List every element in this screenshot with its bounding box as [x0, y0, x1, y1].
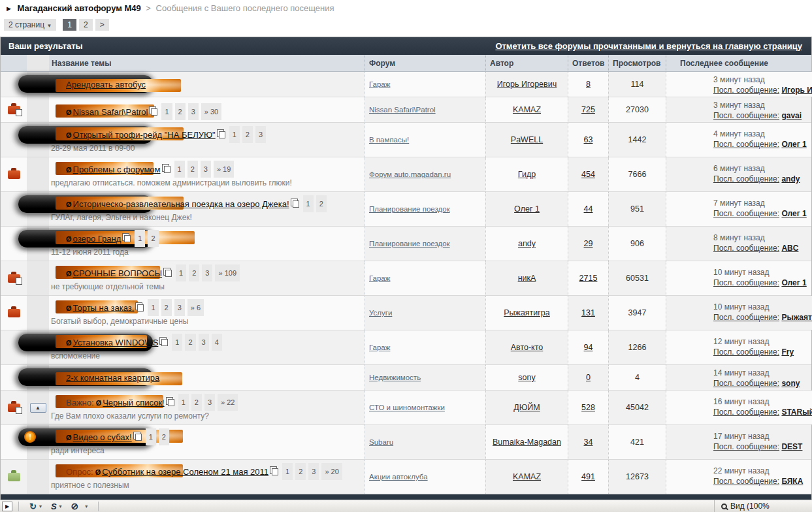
- author-link[interactable]: andy: [518, 239, 536, 248]
- author-link[interactable]: sony: [518, 373, 535, 382]
- multipage-icon[interactable]: [124, 235, 131, 242]
- multipage-icon[interactable]: [137, 304, 144, 312]
- author-link[interactable]: никА: [518, 274, 536, 283]
- last-page-mini-button[interactable]: » 6: [187, 299, 204, 316]
- page-mini-button[interactable]: 1: [282, 463, 293, 480]
- replies-link[interactable]: 0: [586, 373, 591, 382]
- multipage-icon[interactable]: [219, 131, 225, 138]
- page-mini-button[interactable]: 3: [188, 103, 199, 120]
- author-link[interactable]: Игорь Игоревич: [497, 80, 557, 89]
- chevron-down-icon[interactable]: ▾: [59, 504, 62, 509]
- author-link[interactable]: KAMAZ: [513, 105, 541, 114]
- topic-title-link[interactable]: Видео о субах!: [73, 432, 132, 442]
- replies-link[interactable]: 34: [584, 438, 593, 447]
- page-mini-button[interactable]: 1: [303, 195, 314, 212]
- page-mini-button[interactable]: 2: [159, 428, 169, 445]
- multipage-icon[interactable]: [272, 468, 278, 475]
- topic-title-link[interactable]: Nissan Safari\Patrol: [73, 107, 148, 117]
- replies-link[interactable]: 29: [584, 239, 593, 248]
- goto-unread-icon[interactable]: Ø: [96, 399, 102, 407]
- last-message-link[interactable]: Посл. сообщение:: [713, 442, 779, 451]
- forum-link[interactable]: Планирование поездок: [369, 205, 450, 213]
- last-message-user-link[interactable]: gavai: [781, 111, 802, 120]
- last-message-link[interactable]: Посл. сообщение:: [713, 408, 779, 417]
- goto-unread-icon[interactable]: Ø: [66, 200, 72, 208]
- topic-title-link[interactable]: Открытый трофи-рейд "НА БЕЛУЮ": [73, 130, 216, 140]
- topic-title-link[interactable]: Торты на заказ.: [73, 303, 135, 313]
- topic-title-link[interactable]: Субботник на озере Соленом 21 мая 2011: [102, 467, 268, 477]
- refresh-icon[interactable]: ↻: [29, 502, 37, 511]
- page-mini-button[interactable]: 2: [187, 161, 198, 178]
- goto-unread-icon[interactable]: Ø: [66, 166, 72, 174]
- messenger-icon[interactable]: S: [51, 502, 57, 511]
- topic-title-link[interactable]: озеро Гранд: [73, 234, 122, 244]
- page-mini-button[interactable]: 3: [308, 463, 319, 480]
- last-message-link[interactable]: Посл. сообщение:: [713, 477, 779, 486]
- last-message-link[interactable]: Посл. сообщение:: [713, 379, 779, 388]
- replies-link[interactable]: 94: [584, 343, 593, 352]
- last-message-user-link[interactable]: Игорь Игоревич: [781, 86, 812, 95]
- author-link[interactable]: KAMAZ: [513, 472, 541, 481]
- forum-link[interactable]: Гараж: [369, 80, 390, 88]
- replies-link[interactable]: 528: [581, 403, 595, 412]
- page-mini-button[interactable]: 1: [161, 103, 172, 120]
- page-mini-button[interactable]: 2: [175, 103, 186, 120]
- page-mini-button[interactable]: 1: [176, 264, 186, 281]
- multipage-icon[interactable]: [165, 270, 172, 277]
- goto-unread-icon[interactable]: Ø: [66, 339, 72, 347]
- last-page-mini-button[interactable]: » 22: [218, 394, 238, 411]
- last-message-link[interactable]: Посл. сообщение:: [713, 313, 779, 322]
- page-mini-button[interactable]: 1: [178, 394, 189, 411]
- author-link[interactable]: Олег 1: [514, 204, 540, 214]
- topic-title-link[interactable]: Черный список!: [103, 398, 165, 408]
- forum-link[interactable]: Форум auto.magadan.ru: [369, 170, 451, 178]
- author-link[interactable]: ДЮЙМ: [513, 403, 540, 412]
- page-mini-button[interactable]: 1: [174, 161, 185, 178]
- page-mini-button[interactable]: 2: [189, 264, 199, 281]
- goto-unread-icon[interactable]: Ø: [66, 434, 72, 441]
- replies-link[interactable]: 2715: [579, 274, 598, 283]
- last-message-link[interactable]: Посл. сообщение:: [713, 347, 779, 357]
- topic-title-link[interactable]: Арендовать автобус: [66, 80, 146, 89]
- author-link[interactable]: Гидр: [518, 170, 536, 179]
- page-button-current[interactable]: 1: [63, 19, 76, 31]
- last-message-user-link[interactable]: andy: [781, 174, 800, 184]
- page-mini-button[interactable]: 1: [229, 126, 240, 143]
- replies-link[interactable]: 131: [581, 308, 595, 317]
- author-link[interactable]: Рыжаятигра: [504, 308, 550, 317]
- replies-link[interactable]: 454: [581, 170, 595, 179]
- forum-link[interactable]: Планирование поездок: [369, 240, 450, 248]
- last-message-link[interactable]: Посл. сообщение:: [713, 174, 779, 184]
- last-page-mini-button[interactable]: » 20: [321, 463, 342, 480]
- replies-link[interactable]: 8: [586, 80, 591, 89]
- goto-unread-icon[interactable]: Ø: [66, 304, 72, 312]
- last-message-user-link[interactable]: STARый: [781, 408, 812, 417]
- forum-link[interactable]: Subaru: [369, 438, 393, 446]
- last-message-link[interactable]: Посл. сообщение:: [713, 111, 779, 120]
- goto-unread-icon[interactable]: Ø: [66, 235, 72, 243]
- last-message-link[interactable]: Посл. сообщение:: [713, 140, 779, 149]
- page-mini-button[interactable]: 3: [201, 161, 211, 178]
- play-icon[interactable]: ▶: [2, 502, 12, 511]
- page-mini-button[interactable]: 2: [148, 230, 158, 247]
- topic-title-link[interactable]: СРОЧНЫЕ ВОПРОСЫ: [73, 268, 163, 278]
- multipage-icon[interactable]: [168, 399, 174, 406]
- last-message-user-link[interactable]: Fry: [781, 347, 794, 357]
- last-message-link[interactable]: Посл. сообщение:: [713, 209, 779, 218]
- page-mini-button[interactable]: 2: [161, 299, 172, 316]
- pages-dropdown-button[interactable]: 2 страниц ▼: [4, 19, 56, 31]
- forum-link[interactable]: СТО и шиномонтажки: [369, 404, 445, 411]
- last-message-user-link[interactable]: DEST: [781, 442, 802, 451]
- last-page-mini-button[interactable]: » 19: [214, 161, 234, 178]
- pinned-icon[interactable]: ▲: [30, 403, 46, 413]
- page-mini-button[interactable]: 3: [255, 126, 266, 143]
- forum-link[interactable]: Гараж: [369, 344, 390, 351]
- mark-all-read-link[interactable]: Отметить все форумы прочитанными и верну…: [495, 41, 802, 51]
- page-mini-button[interactable]: 3: [174, 299, 185, 316]
- last-message-link[interactable]: Посл. сообщение:: [713, 278, 779, 287]
- globe-blocked-icon[interactable]: ⊘: [71, 501, 79, 511]
- chevron-down-icon[interactable]: ▾: [85, 504, 88, 509]
- page-mini-button[interactable]: 1: [146, 428, 156, 445]
- forum-link[interactable]: Акции автоклуба: [369, 473, 428, 481]
- page-mini-button[interactable]: 2: [185, 334, 195, 351]
